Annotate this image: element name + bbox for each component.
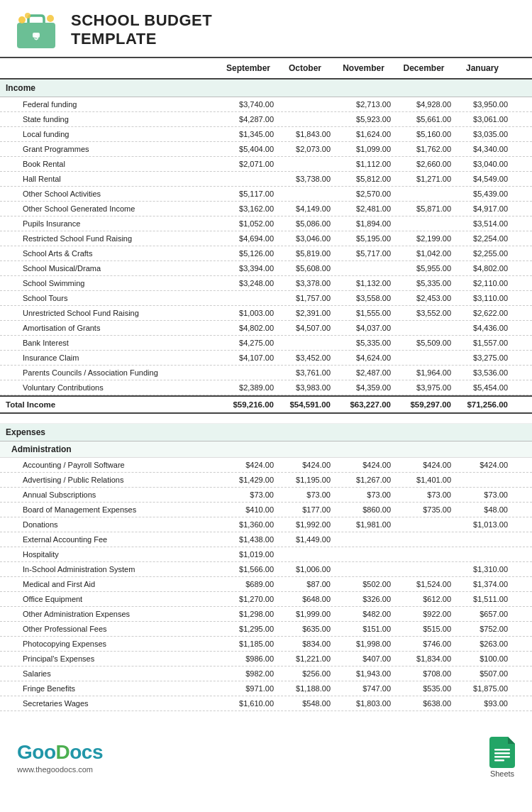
income-row-sep: $5,404.00	[220, 142, 277, 156]
income-row-oct: $2,391.00	[277, 306, 333, 320]
admin-row: Medical and First Aid $689.00 $87.00 $50…	[0, 577, 532, 592]
income-row-sep: $2,071.00	[220, 157, 277, 171]
admin-row: Principal's Expenses $986.00 $1,221.00 $…	[0, 652, 532, 666]
admin-label: Administration	[0, 441, 220, 457]
admin-row: Fringe Benefits $971.00 $1,188.00 $747.0…	[0, 681, 532, 696]
admin-row-nov: $1,803.00	[333, 696, 394, 710]
admin-row-oct: $635.00	[277, 622, 333, 636]
admin-row: Office Equipment $1,270.00 $648.00 $326.…	[0, 592, 532, 607]
admin-row-dec: $535.00	[394, 681, 454, 696]
admin-row-oct: $1,188.00	[277, 681, 333, 696]
income-row-dec: $1,271.00	[394, 172, 454, 186]
admin-row-sep: $1,566.00	[220, 562, 277, 576]
income-row-sep: $3,394.00	[220, 261, 277, 275]
admin-row: Other Professional Fees $1,295.00 $635.0…	[0, 622, 532, 637]
income-row-oct	[277, 187, 333, 201]
income-row: Other School Activities $5,117.00 $2,570…	[0, 187, 532, 202]
total-income-row: Total Income $59,216.00 $54,591.00 $63,2…	[0, 395, 532, 414]
expenses-section-header: Expenses	[0, 424, 532, 441]
income-row-oct: $3,983.00	[277, 380, 333, 395]
income-row-jan: $5,439.00	[454, 187, 511, 201]
income-row-nov: $3,558.00	[333, 291, 394, 305]
income-row-dec: $3,975.00	[394, 380, 454, 395]
admin-row-label: Salaries	[0, 666, 220, 681]
footer-left: GooDocs www.thegoodocs.com	[17, 741, 103, 774]
col-november: November	[333, 58, 394, 78]
admin-row-jan: $752.00	[454, 622, 511, 636]
income-row-label: Bank Interest	[0, 336, 220, 350]
admin-row-oct: $548.00	[277, 696, 333, 710]
logo-green-d: D	[56, 741, 70, 763]
income-row: Hall Rental $3,738.00 $5,812.00 $1,271.0…	[0, 172, 532, 187]
income-row-jan: $3,040.00	[454, 157, 511, 171]
income-row-dec: $5,661.00	[394, 112, 454, 126]
admin-row-label: Hospitality	[0, 547, 220, 561]
income-row-sep: $4,694.00	[220, 231, 277, 246]
income-row: Book Rental $2,071.00 $1,112.00 $2,660.0…	[0, 157, 532, 172]
admin-row-label: In-School Administration System	[0, 562, 220, 576]
admin-row-nov: $1,943.00	[333, 666, 394, 681]
admin-row-label: Fringe Benefits	[0, 681, 220, 696]
income-row-sep: $1,345.00	[220, 127, 277, 141]
income-row-label: School Swimming	[0, 276, 220, 290]
col-january: January	[454, 58, 511, 78]
income-row-label: Book Rental	[0, 157, 220, 171]
gooddocs-url: www.thegoodocs.com	[17, 765, 103, 774]
income-row-oct: $4,507.00	[277, 321, 333, 335]
income-row-jan: $4,340.00	[454, 142, 511, 156]
income-row-label: Parents Councils / Association Funding	[0, 366, 220, 380]
income-row-nov: $1,099.00	[333, 142, 394, 156]
income-row-label: State funding	[0, 112, 220, 126]
admin-row-dec: $1,524.00	[394, 577, 454, 591]
admin-row: Donations $1,360.00 $1,992.00 $1,981.00 …	[0, 517, 532, 532]
income-row-sep: $3,162.00	[220, 202, 277, 216]
admin-row-oct: $648.00	[277, 592, 333, 606]
admin-row-oct: $1,006.00	[277, 562, 333, 576]
admin-row-sep: $1,610.00	[220, 696, 277, 710]
admin-rows: Accounting / Payroll Software $424.00 $4…	[0, 458, 532, 711]
income-row-jan: $1,557.00	[454, 336, 511, 350]
income-row-dec: $1,964.00	[394, 366, 454, 380]
admin-row-nov: $1,267.00	[333, 473, 394, 487]
income-row: Bank Interest $4,275.00 $5,335.00 $5,509…	[0, 336, 532, 351]
total-income-oct: $54,591.00	[277, 397, 333, 412]
income-row-dec: $5,335.00	[394, 276, 454, 290]
income-row-label: Local funding	[0, 127, 220, 141]
income-row-dec: $1,762.00	[394, 142, 454, 156]
admin-row-jan: $1,875.00	[454, 681, 511, 696]
admin-row-oct: $1,195.00	[277, 473, 333, 487]
admin-row-oct: $73.00	[277, 488, 333, 502]
income-row-dec: $2,453.00	[394, 291, 454, 305]
admin-subsection-header: Administration	[0, 441, 532, 458]
admin-row-dec	[394, 532, 454, 547]
admin-row-oct: $256.00	[277, 666, 333, 681]
admin-row-dec: $735.00	[394, 503, 454, 517]
income-row-nov: $2,481.00	[333, 202, 394, 216]
income-row-sep: $1,003.00	[220, 306, 277, 320]
admin-row-sep: $689.00	[220, 577, 277, 591]
admin-row-jan: $1,013.00	[454, 517, 511, 532]
income-row-jan: $3,035.00	[454, 127, 511, 141]
income-row-oct	[277, 97, 333, 111]
income-row-nov: $1,112.00	[333, 157, 394, 171]
income-row-jan: $3,275.00	[454, 351, 511, 365]
admin-row-sep: $982.00	[220, 666, 277, 681]
income-row-oct: $1,757.00	[277, 291, 333, 305]
logo-icon: $	[11, 9, 61, 51]
admin-row: In-School Administration System $1,566.0…	[0, 562, 532, 577]
admin-row-jan: $507.00	[454, 666, 511, 681]
admin-row-sep: $1,438.00	[220, 532, 277, 547]
income-row-nov: $4,037.00	[333, 321, 394, 335]
admin-row-sep: $1,019.00	[220, 547, 277, 561]
income-row-jan: $2,255.00	[454, 246, 511, 260]
income-row-dec: $1,042.00	[394, 246, 454, 260]
income-row-sep	[220, 172, 277, 186]
admin-row-nov: $502.00	[333, 577, 394, 591]
income-row: Unrestricted School Fund Raising $1,003.…	[0, 306, 532, 321]
admin-row-jan	[454, 547, 511, 561]
income-row: Pupils Insurance $1,052.00 $5,086.00 $1,…	[0, 216, 532, 231]
income-row-oct: $3,761.00	[277, 366, 333, 380]
admin-row: Board of Management Expenses $410.00 $17…	[0, 503, 532, 517]
income-row-oct	[277, 112, 333, 126]
total-income-sep: $59,216.00	[220, 397, 277, 412]
